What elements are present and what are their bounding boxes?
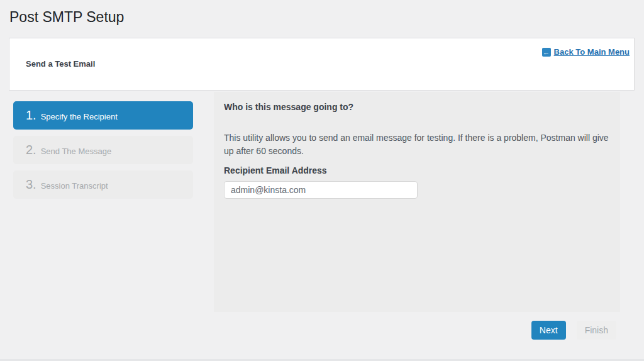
step-label: Session Transcript [41,179,108,191]
content-heading: Who is this message going to? [224,103,610,112]
step-specify-recipient[interactable]: 1. Specify the Recipient [13,101,193,130]
step-session-transcript[interactable]: 3. Session Transcript [13,170,193,199]
step-label: Send The Message [41,145,112,156]
content-description: This utility allows you to send an email… [224,131,610,158]
back-link-wrap: ← Back To Main Menu [542,47,630,57]
back-to-main-menu-link[interactable]: Back To Main Menu [554,47,630,57]
next-button[interactable]: Next [531,321,566,340]
wizard-content-panel: Who is this message going to? This utili… [214,92,620,312]
step-number: 3. [26,177,36,192]
wizard-header-card: Send a Test Email ← Back To Main Menu [9,38,635,91]
arrow-left-icon: ← [542,48,551,57]
step-number: 1. [26,108,36,123]
wizard-step-title: Send a Test Email [26,59,95,69]
finish-button[interactable]: Finish [577,321,616,340]
recipient-email-label: Recipient Email Address [224,166,610,175]
step-label: Specify the Recipient [41,110,118,121]
wizard-steps: 1. Specify the Recipient 2. Send The Mes… [13,101,193,205]
step-number: 2. [26,143,36,157]
page-title: Post SMTP Setup [9,8,124,27]
recipient-email-input[interactable] [224,181,418,199]
step-send-the-message[interactable]: 2. Send The Message [13,136,193,164]
wizard-actions: Next Finish [531,321,616,340]
